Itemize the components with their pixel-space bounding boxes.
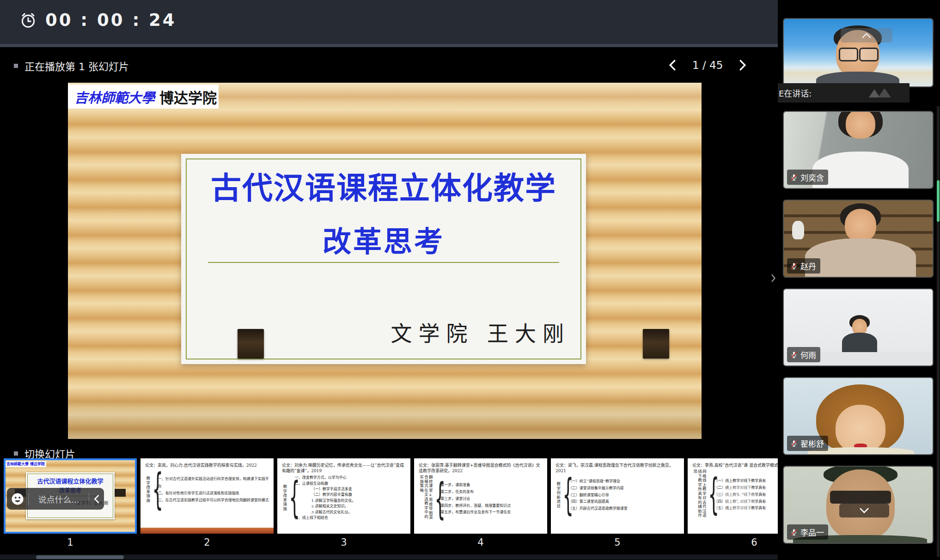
shared-slide: 吉林師範大學 博达学院 古代汉语课程立体化教学 改革思考 文学院 王大刚	[68, 83, 702, 439]
slide-page-nav: 1 / 45	[665, 58, 750, 72]
paper-item: 二、让课程生动有趣	[295, 481, 356, 487]
top-bar-divider	[0, 44, 781, 47]
participant-name: 何雨	[800, 349, 816, 360]
sidebar-collapse-handle[interactable]	[770, 269, 777, 287]
participant-name: 翟彬舒	[800, 438, 824, 449]
thumbnail-number: 5	[551, 537, 684, 548]
paper-item: 2.讲解相关文史知识。	[311, 504, 356, 509]
ribbon-tab-left	[238, 329, 264, 359]
scroll-down-videos-button[interactable]	[839, 504, 889, 517]
paper-item: 3.讲解古代的文化礼仪。	[311, 510, 356, 515]
paper-items: 第一步，课前准备 第二步，任务的发布 第三步，课堂讨论 第四步，教师评价、答疑、…	[440, 482, 511, 516]
slide-title-line1: 古代汉语课程立体化教学	[181, 163, 586, 207]
thumbnail-number: 3	[277, 537, 410, 548]
next-thumbnails-button[interactable]	[726, 481, 755, 511]
mic-muted-icon	[790, 173, 798, 182]
paper-header: 论文：李燕.高校“古代汉语”课 混合式教学模式研究，2021	[692, 463, 778, 468]
video-tile-host[interactable]	[783, 18, 934, 87]
now-playing-row: 正在播放第 1 张幻灯片	[14, 58, 129, 73]
side-label: 网络线上教学对古代汉语线下教学所具有的辅助作用	[692, 469, 706, 520]
slide-thumbnail-4[interactable]: 论文：张丽萍.基于翻转课堂+思维导图混合模式的《古代汉语》文选教学改革研究，20…	[414, 458, 547, 548]
mic-muted-icon	[790, 528, 798, 536]
avatar-face	[845, 209, 876, 241]
paper-slide: 论文：刘余力.唤醒历史记忆，传承优秀文化——让“古代汉语”变成有趣的“金课”，2…	[277, 458, 410, 534]
video-tile-participant[interactable]: 刘奕含	[783, 111, 934, 189]
thumbnail-strip: 吉林師範大學 博达学院 古代汉语课程立体化教学 改革思考 文学院 王大刚 1 论…	[0, 458, 778, 556]
video-tile-participant[interactable]: 何雨	[783, 288, 934, 366]
paper-body: 教学改革措施 { 一、针对古代汉语课外实践活动进行科学合理安排，构建课下实践平台…	[145, 469, 269, 510]
meeting-watermark-icon	[867, 86, 897, 99]
paper-item: 第四步，教师评价、答疑、梳理重要知识点	[440, 503, 511, 510]
vertical-scrollbar	[937, 106, 940, 557]
thumbnail-image[interactable]: 论文：梁飞，宗汉晨.课程思政理念下古代汉语教学创新之我见，2021 教学创新途径…	[551, 458, 684, 534]
paper-item: （二）教学内容丰富有趣	[311, 492, 356, 498]
mic-muted-icon	[790, 439, 798, 448]
paper-items: 一、改变教学方式，以学为中心 二、让课程生动有趣 （一）教学手段灵活多变 （二）…	[295, 475, 356, 521]
slide-thumbnail-2[interactable]: 论文：栾岚，刘心力.古代汉语实践教学的探索与实践，2022 教学改革措施 { 一…	[140, 458, 274, 548]
participants-sidebar: E在讲话:	[778, 0, 940, 560]
chevron-left-icon[interactable]	[665, 58, 679, 72]
paper-item: 1.讲解汉字所蕴含的文化。	[311, 498, 356, 504]
horizontal-scrollbar	[0, 554, 778, 560]
bullet-square-icon	[14, 64, 18, 68]
paper-slide: 论文：张丽萍.基于翻转课堂+思维导图混合模式的《古代汉语》文选教学改革研究，20…	[414, 458, 547, 534]
paper-slide: 论文：栾岚，刘心力.古代汉语实践教学的探索与实践，2022 教学改革措施 { 一…	[140, 458, 274, 534]
logo-university-text: 吉林師範大學	[74, 87, 155, 106]
paper-body: 翻转课堂+思维导图混合模式在文选教学中的实施策略 { 第一步，课前准备 第二步，…	[419, 475, 543, 523]
paper-items: （一）树立“课程思政”教学理念 （二）课堂讲授集中展示教学内容 （三）翻转课堂精…	[568, 478, 628, 512]
avatar-face	[846, 111, 875, 139]
slide-author: 文学院 王大刚	[391, 317, 570, 347]
avatar-torso	[842, 333, 877, 353]
ribbon-tab-right	[643, 329, 669, 359]
thumbnail-image[interactable]: 论文：栾岚，刘心力.古代汉语实践教学的探索与实践，2022 教学改革措施 { 一…	[140, 458, 274, 534]
thumbnail-image[interactable]: 论文：张丽萍.基于翻转课堂+思维导图混合模式的《古代汉语》文选教学改革研究，20…	[414, 458, 547, 534]
avatar-torso	[805, 238, 916, 278]
chat-input[interactable]: 说点什么...	[32, 493, 85, 505]
paper-item: （四）第二课堂巩固提高	[568, 499, 628, 505]
bullet-square-icon	[14, 451, 18, 456]
logo-college-text: 博达学院	[159, 86, 217, 107]
glasses-icon	[859, 48, 879, 61]
slide-thumbnail-5[interactable]: 论文：梁飞，宗汉晨.课程思政理念下古代汉语教学创新之我见，2021 教学创新途径…	[551, 458, 684, 548]
mini-ribbon-right	[114, 489, 126, 497]
video-tile-participant[interactable]: 李品一	[783, 466, 934, 544]
paper-item: 第五步，布置课后作业及发布下一节课任务	[440, 509, 511, 516]
collapse-chat-icon[interactable]	[93, 494, 100, 504]
emoji-icon[interactable]	[11, 492, 24, 506]
participant-nametag: 刘奕含	[787, 170, 828, 185]
chat-quick-bar: 说点什么...	[7, 488, 104, 510]
chevron-right-icon[interactable]	[736, 58, 750, 72]
horizontal-scrollbar-thumb[interactable]	[36, 555, 124, 559]
paper-item: 一、针对古代汉语课外实践活动进行科学合理安排，构建课下实践平台	[158, 475, 269, 489]
paper-header: 论文：栾岚，刘心力.古代汉语实践教学的探索与实践，2022	[145, 463, 269, 468]
chat-divider	[28, 493, 29, 505]
paper-header: 论文：张丽萍.基于翻转课堂+思维导图混合模式的《古代汉语》文选教学改革研究，20…	[419, 463, 543, 474]
paper-item: 第三步，课堂讨论	[440, 496, 511, 503]
participant-nametag: 赵丹	[787, 258, 820, 274]
speaking-label: E在讲话:	[779, 87, 812, 99]
slide-thumbnail-3[interactable]: 论文：刘余力.唤醒历史记忆，传承优秀文化——让“古代汉语”变成有趣的“金课”，2…	[277, 458, 410, 548]
paper-item: 二、有针对性地引导学生进行试讲演练和实践锻炼	[158, 490, 269, 497]
thumbnail-number: 1	[4, 537, 137, 548]
thumbnail-image[interactable]: 论文：刘余力.唤醒历史记忆，传承优秀文化——让“古代汉语”变成有趣的“金课”，2…	[277, 458, 410, 534]
thumbnail-number: 2	[140, 537, 274, 548]
paper-item: 三、在古代汉语实践教学过程中可以科学合理地应用翻转课堂的模式	[158, 497, 269, 504]
brace-glyph: {	[435, 479, 438, 519]
video-tile-participant[interactable]: 翟彬舒	[783, 377, 934, 455]
thumbnail-number: 6	[688, 537, 778, 548]
now-playing-label: 正在播放第 1 张幻灯片	[24, 58, 129, 73]
paper-item: （二）课堂讲授集中展示教学内容	[568, 485, 628, 492]
meeting-window: 00 : 00 : 24 正在播放第 1 张幻灯片 1 / 45 吉林師範大學 …	[0, 0, 940, 560]
paper-item: （一）树立“课程思政”教学理念	[568, 478, 628, 485]
paper-item: 一、改变教学方式，以学为中心	[295, 475, 356, 481]
collapse-videos-button[interactable]	[841, 28, 892, 43]
paper-items: 一、针对古代汉语课外实践活动进行科学合理安排，构建课下实践平台 二、有针对性地引…	[158, 475, 269, 504]
video-tile-participant[interactable]: 赵丹	[783, 200, 934, 278]
participant-nametag: 李品一	[787, 524, 828, 540]
meeting-timer: 00 : 00 : 24	[18, 10, 177, 30]
page-indicator: 1 / 45	[692, 59, 723, 71]
chat-divider	[89, 493, 89, 505]
title-underline	[208, 262, 559, 263]
side-label: 教学改革措施	[145, 476, 150, 503]
vertical-scrollbar-thumb[interactable]	[937, 180, 940, 222]
